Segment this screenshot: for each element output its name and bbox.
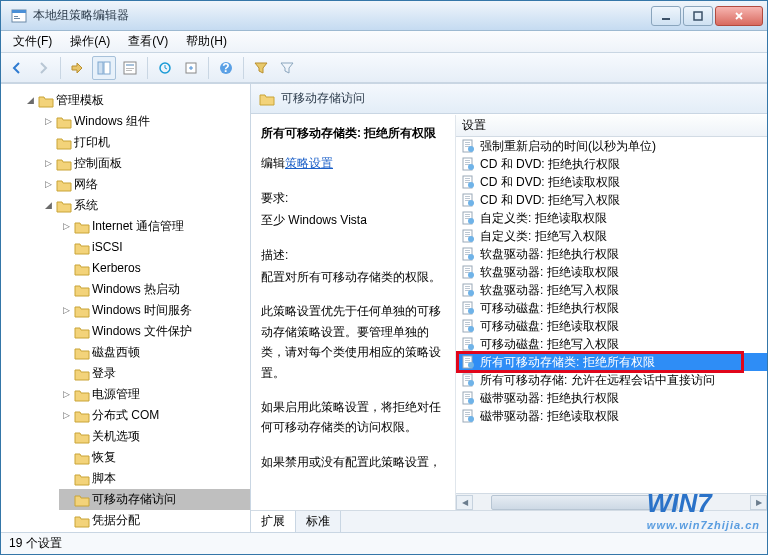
- policy-icon: [460, 373, 476, 387]
- svg-point-60: [468, 290, 474, 296]
- filter-options-button[interactable]: [275, 56, 299, 80]
- expand-icon[interactable]: ▷: [61, 389, 72, 400]
- list-item[interactable]: 可移动磁盘: 拒绝执行权限: [456, 299, 767, 317]
- list-item[interactable]: 自定义类: 拒绝读取权限: [456, 209, 767, 227]
- svg-point-70: [468, 326, 474, 332]
- minimize-button[interactable]: [651, 6, 681, 26]
- policy-icon: [460, 301, 476, 315]
- menu-action[interactable]: 操作(A): [62, 31, 118, 52]
- scroll-thumb[interactable]: [491, 495, 678, 510]
- svg-rect-11: [126, 70, 132, 71]
- expand-icon[interactable]: ▷: [43, 116, 54, 127]
- tree-node[interactable]: ▷Windows 时间服务: [59, 300, 250, 321]
- tree-node[interactable]: ▷Internet 通信管理: [59, 216, 250, 237]
- expand-icon[interactable]: ▷: [61, 305, 72, 316]
- tree-node[interactable]: iSCSI: [59, 237, 250, 258]
- tree-node[interactable]: ▷控制面板: [41, 153, 250, 174]
- list-item[interactable]: CD 和 DVD: 拒绝写入权限: [456, 191, 767, 209]
- list-item[interactable]: 软盘驱动器: 拒绝写入权限: [456, 281, 767, 299]
- help-button[interactable]: ?: [214, 56, 238, 80]
- collapse-icon[interactable]: ◢: [43, 200, 54, 211]
- up-button[interactable]: [66, 56, 90, 80]
- tree: ◢管理模板 ▷Windows 组件 打印机 ▷控制面板 ▷网络 ◢系统 ▷Int…: [5, 90, 250, 532]
- tree-node[interactable]: 关机选项: [59, 426, 250, 447]
- tab-extended[interactable]: 扩展: [250, 511, 296, 533]
- menu-help[interactable]: 帮助(H): [178, 31, 235, 52]
- tree-node[interactable]: Kerberos: [59, 258, 250, 279]
- tree-pane[interactable]: ◢管理模板 ▷Windows 组件 打印机 ▷控制面板 ▷网络 ◢系统 ▷Int…: [1, 84, 251, 532]
- edit-line: 编辑策略设置: [261, 153, 445, 173]
- tree-node[interactable]: Windows 热启动: [59, 279, 250, 300]
- list-item[interactable]: 磁带驱动器: 拒绝执行权限: [456, 389, 767, 407]
- svg-rect-67: [465, 322, 470, 323]
- show-hide-tree-button[interactable]: [92, 56, 116, 80]
- horizontal-scrollbar[interactable]: ◀ ▶: [456, 493, 767, 510]
- forward-button[interactable]: [31, 56, 55, 80]
- tab-standard[interactable]: 标准: [295, 511, 341, 533]
- tree-node-system[interactable]: ◢系统: [41, 195, 250, 216]
- expand-icon[interactable]: ▷: [61, 221, 72, 232]
- folder-icon: [74, 451, 90, 465]
- menu-file[interactable]: 文件(F): [5, 31, 60, 52]
- tree-node[interactable]: ▷网络: [41, 174, 250, 195]
- column-header-settings[interactable]: 设置: [456, 115, 767, 137]
- expand-icon[interactable]: ▷: [43, 158, 54, 169]
- list-item[interactable]: CD 和 DVD: 拒绝执行权限: [456, 155, 767, 173]
- description-text: 如果启用此策略设置，将拒绝对任何可移动存储类的访问权限。: [261, 397, 445, 438]
- window-controls: [651, 6, 763, 26]
- expand-icon[interactable]: ▷: [43, 179, 54, 190]
- tree-node[interactable]: 登录: [59, 363, 250, 384]
- list-item[interactable]: 可移动磁盘: 拒绝读取权限: [456, 317, 767, 335]
- tree-node-admin-templates[interactable]: ◢管理模板: [23, 90, 250, 111]
- scroll-left-button[interactable]: ◀: [456, 495, 473, 510]
- tree-node[interactable]: 磁盘西顿: [59, 342, 250, 363]
- list-item[interactable]: 软盘驱动器: 拒绝读取权限: [456, 263, 767, 281]
- description-text: 如果禁用或没有配置此策略设置，: [261, 452, 445, 472]
- folder-icon: [56, 157, 72, 171]
- list-item[interactable]: CD 和 DVD: 拒绝读取权限: [456, 173, 767, 191]
- list-item[interactable]: 自定义类: 拒绝写入权限: [456, 227, 767, 245]
- list-item[interactable]: 可移动磁盘: 拒绝写入权限: [456, 335, 767, 353]
- tree-node[interactable]: ▷分布式 COM: [59, 405, 250, 426]
- scroll-right-button[interactable]: ▶: [750, 495, 767, 510]
- list-item[interactable]: 磁带驱动器: 拒绝读取权限: [456, 407, 767, 425]
- folder-icon: [74, 283, 90, 297]
- collapse-icon[interactable]: ◢: [25, 95, 36, 106]
- description-pane: 所有可移动存储类: 拒绝所有权限 编辑策略设置 要求: 至少 Windows V…: [251, 115, 456, 510]
- maximize-button[interactable]: [683, 6, 713, 26]
- tree-node[interactable]: Windows 文件保护: [59, 321, 250, 342]
- filter-toggle-button[interactable]: [249, 56, 273, 80]
- tree-node[interactable]: ▷Windows 组件: [41, 111, 250, 132]
- folder-icon: [56, 178, 72, 192]
- tree-node[interactable]: ▷电源管理: [59, 384, 250, 405]
- close-button[interactable]: [715, 6, 763, 26]
- titlebar[interactable]: 本地组策略编辑器: [1, 1, 767, 31]
- export-button[interactable]: [179, 56, 203, 80]
- properties-button[interactable]: [118, 56, 142, 80]
- svg-rect-78: [465, 360, 470, 361]
- requirements-label: 要求:: [261, 188, 445, 208]
- svg-point-65: [468, 308, 474, 314]
- list-item[interactable]: 软盘驱动器: 拒绝执行权限: [456, 245, 767, 263]
- list-item[interactable]: 所有可移动存储: 允许在远程会话中直接访问: [456, 371, 767, 389]
- tree-node[interactable]: 打印机: [41, 132, 250, 153]
- svg-rect-83: [465, 378, 470, 379]
- edit-policy-link[interactable]: 策略设置: [285, 156, 333, 170]
- tree-node[interactable]: 脚本: [59, 468, 250, 489]
- expand-icon[interactable]: ▷: [61, 410, 72, 421]
- svg-point-20: [468, 146, 474, 152]
- list-item-label: CD 和 DVD: 拒绝读取权限: [480, 174, 620, 191]
- tree-node[interactable]: 恢复: [59, 447, 250, 468]
- back-button[interactable]: [5, 56, 29, 80]
- refresh-button[interactable]: [153, 56, 177, 80]
- tree-label: Windows 组件: [74, 112, 150, 131]
- svg-rect-87: [465, 394, 470, 395]
- menu-view[interactable]: 查看(V): [120, 31, 176, 52]
- tree-node[interactable]: 凭据分配: [59, 510, 250, 531]
- toolbar-separator: [208, 57, 209, 79]
- svg-point-35: [468, 200, 474, 206]
- list-item[interactable]: 所有可移动存储类: 拒绝所有权限: [456, 353, 767, 371]
- tree-node[interactable]: 可移动存储访问: [59, 489, 250, 510]
- settings-list[interactable]: 强制重新启动的时间(以秒为单位)CD 和 DVD: 拒绝执行权限CD 和 DVD…: [456, 137, 767, 493]
- list-item[interactable]: 强制重新启动的时间(以秒为单位): [456, 137, 767, 155]
